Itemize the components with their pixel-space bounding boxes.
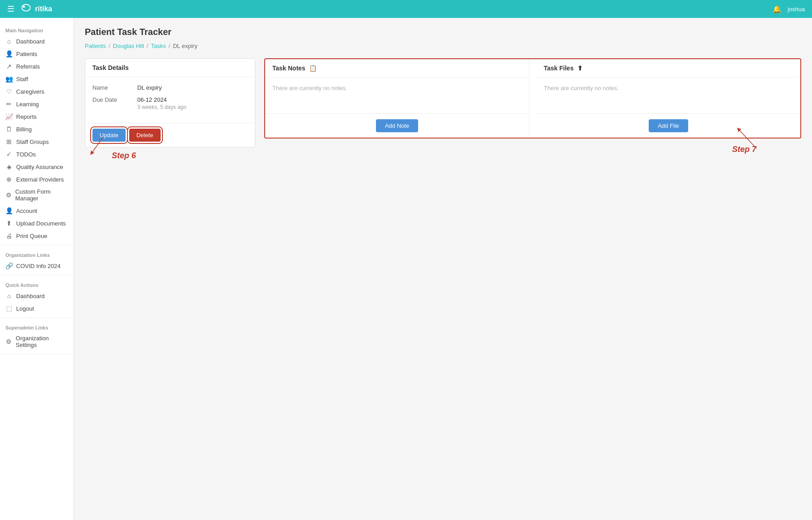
svg-point-0 (22, 4, 31, 11)
task-details-card: Task Details Name DL expiry Due Date 06-… (85, 58, 255, 147)
external-providers-icon: ⊕ (5, 176, 13, 183)
quick-dashboard-icon: ⌂ (5, 292, 13, 299)
sidebar-item-dashboard[interactable]: ⌂ Dashboard (0, 35, 74, 48)
topbar-right: 🔔 joshua (773, 5, 805, 13)
task-notes-body: There are currently no notes. (265, 78, 529, 113)
add-note-button[interactable]: Add Note (376, 119, 418, 132)
task-files-icon: ⬆ (577, 65, 583, 72)
add-file-button[interactable]: Add File (649, 119, 688, 132)
detail-sub-value: 3 weeks, 5 days ago (137, 104, 186, 110)
task-notes-icon: 📋 (309, 65, 317, 72)
sidebar-section-label: Superadmin Links (0, 321, 74, 332)
breadcrumb-link-douglas-hill[interactable]: Douglas Hill (113, 43, 144, 49)
task-panels-column: Task Notes 📋 There are currently no note… (264, 58, 801, 176)
topbar: ☰ ritika 🔔 joshua (0, 0, 812, 18)
patients-icon: 👤 (5, 50, 13, 57)
sidebar-item-quick-dashboard[interactable]: ⌂ Dashboard (0, 290, 74, 302)
svg-point-1 (23, 6, 25, 8)
hamburger-menu[interactable]: ☰ (7, 4, 14, 14)
account-icon: 👤 (5, 207, 13, 214)
sidebar-item-upload-documents[interactable]: ⬆ Upload Documents (0, 217, 74, 230)
task-notes-panel: Task Notes 📋 There are currently no note… (265, 59, 529, 138)
task-details-header: Task Details (85, 59, 255, 77)
sidebar-label-covid-info: COVID Info 2024 (16, 263, 61, 269)
detail-label: Name (92, 84, 137, 91)
sidebar-item-learning[interactable]: ✏ Learning (0, 98, 74, 110)
sidebar-item-todos[interactable]: ✓ TODOs (0, 148, 74, 160)
breadcrumb-separator: / (147, 43, 148, 49)
todos-icon: ✓ (5, 151, 13, 158)
sidebar-label-upload-documents: Upload Documents (16, 220, 66, 227)
referrals-icon: ↗ (5, 63, 13, 70)
staff-icon: 👥 (5, 75, 13, 82)
sidebar-section-label: Main Navigation (0, 23, 74, 35)
breadcrumb-link-tasks[interactable]: Tasks (151, 43, 166, 49)
task-notes-title: Task Notes (272, 65, 306, 72)
sidebar-label-org-settings: Organization Settings (16, 335, 68, 348)
task-panels: Task Notes 📋 There are currently no note… (264, 58, 801, 139)
sidebar-item-patients[interactable]: 👤 Patients (0, 48, 74, 60)
sidebar-item-billing[interactable]: 🗒 Billing (0, 123, 74, 135)
sidebar-item-account[interactable]: 👤 Account (0, 204, 74, 217)
page-title: Patient Task Tracker (85, 27, 801, 37)
sidebar-item-referrals[interactable]: ↗ Referrals (0, 60, 74, 73)
content-grid: Task Details Name DL expiry Due Date 06-… (85, 58, 801, 176)
layout: Main Navigation ⌂ Dashboard 👤 Patients ↗… (0, 18, 812, 520)
sidebar-item-staff-groups[interactable]: ⊞ Staff Groups (0, 135, 74, 148)
task-files-header: Task Files ⬆ (537, 59, 800, 78)
logo: ritika (20, 3, 52, 15)
breadcrumb-current: DL expiry (173, 43, 197, 49)
sidebar-item-custom-form-manager[interactable]: ⚙ Custom Form Manager (0, 186, 74, 204)
breadcrumb-link-patients[interactable]: Patients (85, 43, 106, 49)
dashboard-icon: ⌂ (5, 38, 13, 45)
sidebar-section-label: Quick Actions (0, 278, 74, 290)
detail-row: Due Date 06-12 2024 3 weeks, 5 days ago (92, 96, 248, 110)
sidebar-label-logout: Logout (16, 305, 34, 312)
detail-primary-value: 06-12 2024 (137, 96, 186, 103)
sidebar-label-dashboard: Dashboard (16, 38, 45, 45)
sidebar: Main Navigation ⌂ Dashboard 👤 Patients ↗… (0, 18, 74, 520)
learning-icon: ✏ (5, 100, 13, 108)
print-queue-icon: 🖨 (5, 232, 13, 239)
sidebar-section-label: Organization Links (0, 248, 74, 260)
sidebar-item-caregivers[interactable]: ♡ Caregivers (0, 85, 74, 98)
org-settings-icon: ⚙ (5, 338, 12, 345)
sidebar-label-todos: TODOs (16, 151, 36, 158)
sidebar-item-staff[interactable]: 👥 Staff (0, 73, 74, 85)
breadcrumb-separator: / (169, 43, 170, 49)
task-notes-empty: There are currently no notes. (272, 85, 347, 91)
sidebar-item-reports[interactable]: 📈 Reports (0, 110, 74, 123)
sidebar-label-quality-assurance: Quality Assurance (16, 164, 63, 170)
sidebar-item-logout[interactable]: ⬚ Logout (0, 302, 74, 315)
custom-form-manager-icon: ⚙ (5, 191, 12, 199)
breadcrumb-separator: / (109, 43, 110, 49)
main-content: Patient Task Tracker Patients/Douglas Hi… (74, 18, 812, 520)
sidebar-label-billing: Billing (16, 126, 32, 133)
sidebar-item-external-providers[interactable]: ⊕ External Providers (0, 173, 74, 186)
sidebar-label-external-providers: External Providers (16, 176, 64, 183)
notification-bell-icon[interactable]: 🔔 (773, 5, 781, 13)
breadcrumb: Patients/Douglas Hill/Tasks/DL expiry (85, 43, 801, 49)
detail-row: Name DL expiry (92, 84, 248, 91)
sidebar-item-org-settings[interactable]: ⚙ Organization Settings (0, 332, 74, 351)
reports-icon: 📈 (5, 113, 13, 120)
sidebar-item-quality-assurance[interactable]: ◈ Quality Assurance (0, 160, 74, 173)
task-notes-footer: Add Note (265, 113, 529, 138)
task-files-panel: Task Files ⬆ There are currently no note… (537, 59, 800, 138)
task-details-body: Name DL expiry Due Date 06-12 2024 3 wee… (85, 77, 255, 123)
detail-primary-value: DL expiry (137, 84, 162, 91)
task-notes-header: Task Notes 📋 (265, 59, 529, 78)
sidebar-label-reports: Reports (16, 113, 37, 120)
sidebar-item-covid-info[interactable]: 🔗 COVID Info 2024 (0, 260, 74, 272)
sidebar-item-print-queue[interactable]: 🖨 Print Queue (0, 230, 74, 242)
upload-documents-icon: ⬆ (5, 220, 13, 227)
delete-button[interactable]: Delete (129, 129, 161, 142)
task-files-title: Task Files (544, 65, 574, 72)
staff-groups-icon: ⊞ (5, 138, 13, 145)
topbar-username: joshua (788, 6, 805, 13)
quality-assurance-icon: ◈ (5, 163, 13, 170)
detail-value: 06-12 2024 3 weeks, 5 days ago (137, 96, 186, 110)
sidebar-label-learning: Learning (16, 101, 39, 108)
topbar-left: ☰ ritika (7, 3, 52, 15)
sidebar-label-quick-dashboard: Dashboard (16, 293, 45, 299)
